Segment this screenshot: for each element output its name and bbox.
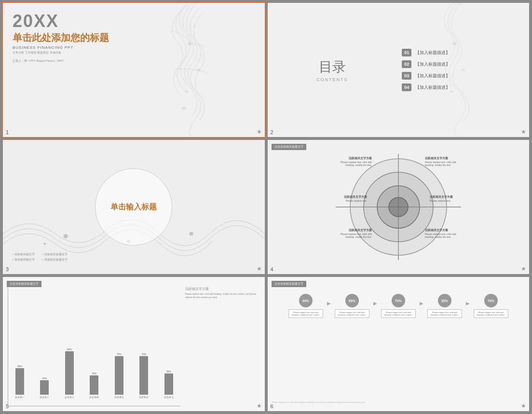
process-box-3: Please replace text, click add heading, …: [381, 309, 416, 318]
process-arrow-2: ▶: [373, 301, 377, 306]
slide1-subtitle: BUSINESS FINANCING PPT: [13, 45, 255, 50]
bullet-grid: 添加相关辅文字 添加相关标题文字 添加相关辅文字 添加相关标题文字: [13, 252, 68, 262]
process-circle-2: 50%: [345, 294, 359, 307]
contents-num-1: 01: [402, 49, 411, 56]
process-item-4: 35% Please replace text, click add headi…: [425, 294, 464, 318]
chart-right: 活跃辅文字方案 Please replace text, click add h…: [183, 287, 260, 406]
process-circle-4: 35%: [438, 294, 451, 307]
process-arrow-1: ▶: [327, 301, 331, 306]
bar-3: [65, 351, 74, 395]
slide2-right: 01 【加入标题描述】 02 【加入标题描述】 03 【加入标题描述】 04 【…: [397, 3, 529, 137]
bar-group-4: 35% 次文本四: [83, 372, 106, 399]
contents-label-3: 【加入标题描述】: [415, 73, 450, 79]
bar-label-top-1: 48%: [17, 365, 22, 368]
bar-group-5: 70% 次文本五: [108, 353, 131, 399]
star-icon-6[interactable]: ★: [521, 402, 526, 409]
slide1-year: 20XX: [13, 13, 255, 30]
slide2-content: 目录 CONTENTS 01 【加入标题描述】 02 【加入标题描述】 03 【…: [268, 3, 530, 137]
bar-2: [40, 380, 49, 395]
contents-num-2: 02: [402, 60, 411, 68]
bar-group-1: 48% 次文本一: [8, 365, 31, 399]
slide-6[interactable]: 点击添加相关标题文字 30% Please replace text, clic…: [268, 277, 530, 411]
bar-5: [115, 356, 123, 395]
slide-number-4: 4: [271, 266, 273, 272]
star-icon-1[interactable]: ★: [257, 128, 262, 135]
slide6-footer: Please replace text, click add heading, …: [273, 397, 525, 404]
chart-desc-body: Please replace text, click add heading, …: [185, 293, 260, 300]
bar-group-7: 38% 次文本七: [157, 370, 180, 399]
star-icon-3[interactable]: ★: [257, 265, 262, 272]
contents-item-1: 01 【加入标题描述】: [402, 49, 522, 56]
bullet-3: 添加相关辅文字: [13, 258, 38, 262]
slide6-header: 点击添加相关标题文字: [272, 281, 306, 287]
slide1-reporter: 汇报人：第一PPT Report Person: 1PPT: [13, 59, 255, 63]
slide4-content: 活跃相关文字方案 Please replace text. click add …: [268, 140, 530, 274]
bar-bottom-1: 次文本一: [15, 396, 25, 399]
bar-7: [164, 373, 173, 395]
bar-6: [139, 356, 148, 395]
process-box-4: Please replace text, click add heading, …: [427, 309, 462, 318]
slide2-title-en: CONTENTS: [316, 77, 348, 82]
contents-num-4: 04: [402, 83, 411, 91]
contents-label-2: 【加入标题描述】: [415, 61, 450, 68]
bar-group-2: 25% 次文本二: [33, 377, 56, 399]
slide-number-1: 1: [6, 129, 9, 135]
process-box-5: Please replace text, click add heading, …: [474, 309, 508, 318]
circle-container: 单击输入标题: [95, 168, 172, 246]
bar-bottom-5: 次文本五: [114, 396, 124, 399]
process-box-1: Please replace text, click add heading, …: [288, 309, 323, 318]
slide2-title-zh: 目录: [319, 58, 346, 76]
svg-point-18: [389, 197, 408, 217]
bar-label-top-2: 25%: [42, 377, 47, 380]
bar-label-top-7: 38%: [166, 370, 171, 373]
bar-group-6: 70% 次文本六: [133, 353, 156, 399]
slide1-desc: 主市分析 工作报告 报道单位 市场分析: [13, 51, 255, 55]
bar-label-top-5: 70%: [117, 353, 122, 356]
slide-4[interactable]: 点击添加相关标题文字 活跃相关文字方案 Please replace: [268, 140, 530, 274]
slide-number-2: 2: [271, 129, 273, 135]
process-circle-3: 70%: [392, 294, 405, 307]
circle-title: 单击输入标题: [95, 168, 172, 246]
contents-label-1: 【加入标题描述】: [415, 50, 450, 56]
slide-number-5: 5: [6, 403, 9, 409]
bar-bottom-2: 次文本二: [40, 396, 49, 399]
contents-num-3: 03: [402, 72, 411, 80]
contents-item-4: 04 【加入标题描述】: [402, 83, 522, 91]
slide-number-6: 6: [271, 403, 273, 409]
contents-item-3: 03 【加入标题描述】: [402, 72, 522, 80]
process-box-2: Please replace text, click add heading, …: [335, 309, 369, 318]
bullet-2: 添加相关标题文字: [42, 252, 68, 257]
process-item-1: 30% Please replace text, click add headi…: [286, 294, 325, 318]
slide1-title: 单击此处添加您的标题: [13, 32, 255, 43]
contents-item-2: 02 【加入标题描述】: [402, 60, 522, 68]
process-item-2: 50% Please replace text, click add headi…: [333, 294, 371, 318]
bar-bottom-3: 次文本三: [65, 396, 74, 399]
chart-bars: 48% 次文本一 25% 次文本二 80% 次文本三: [8, 287, 180, 406]
slide-5[interactable]: 点击添加相关标题文字 48% 次文本一 25% 次文本二: [3, 277, 265, 411]
slide-2[interactable]: 目录 CONTENTS 01 【加入标题描述】 02 【加入标题描述】 03 【…: [268, 3, 530, 137]
process-arrow-3: ▶: [420, 301, 423, 306]
slide5-content: 48% 次文本一 25% 次文本二 80% 次文本三: [3, 277, 265, 411]
chart-area: 48% 次文本一 25% 次文本二 80% 次文本三: [8, 287, 183, 406]
process-arrow-4: ▶: [466, 301, 470, 306]
contents-label-4: 【加入标题描述】: [415, 84, 450, 91]
process-circle-1: 30%: [299, 294, 313, 307]
bullet-1: 添加相关辅文字: [13, 252, 38, 257]
chart-desc-title: 活跃辅文字方案: [185, 287, 260, 291]
process-item-5: 70% Please replace text, click add headi…: [472, 294, 510, 318]
slide-1[interactable]: 20XX 单击此处添加您的标题 BUSINESS FINANCING PPT 主…: [3, 3, 265, 137]
slide6-content: 30% Please replace text, click add headi…: [268, 277, 530, 411]
star-icon-4[interactable]: ★: [521, 265, 526, 272]
bar-4: [90, 375, 98, 395]
slide-3[interactable]: 单击输入标题 添加相关辅文字 添加相关标题文字 添加相关辅文字 添加相关标题文字…: [3, 140, 265, 274]
process-flow: 30% Please replace text, click add headi…: [273, 294, 525, 397]
slide-grid: 20XX 单击此处添加您的标题 BUSINESS FINANCING PPT 主…: [0, 0, 532, 414]
bar-1: [15, 368, 24, 395]
slide-number-3: 3: [6, 266, 9, 272]
process-circle-5: 70%: [484, 294, 498, 307]
star-icon-2[interactable]: ★: [521, 128, 526, 135]
bar-group-3: 80% 次文本三: [58, 348, 81, 399]
bar-label-top-6: 70%: [141, 353, 146, 356]
slide2-left: 目录 CONTENTS: [268, 3, 397, 137]
star-icon-5[interactable]: ★: [257, 402, 262, 409]
